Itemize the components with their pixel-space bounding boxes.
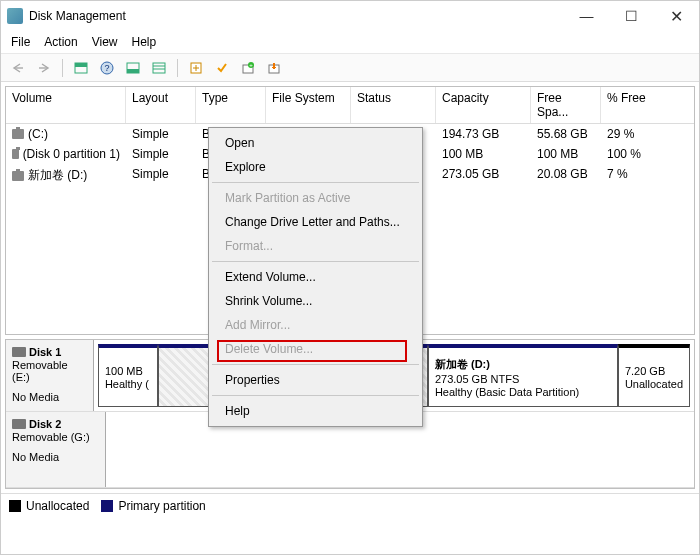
table-header: Volume Layout Type File System Status Ca… xyxy=(6,87,694,124)
refresh-icon[interactable] xyxy=(185,58,207,78)
context-separator xyxy=(212,261,419,262)
cell-pct: 29 % xyxy=(601,125,661,143)
svg-rect-5 xyxy=(127,69,139,73)
disk-icon xyxy=(12,419,26,429)
disk-status: No Media xyxy=(12,391,87,403)
ctx-extend-volume[interactable]: Extend Volume... xyxy=(211,265,420,289)
cell-layout: Simple xyxy=(126,145,196,163)
cell-capacity: 273.05 GB xyxy=(436,165,531,186)
disk-name: Disk 2 xyxy=(29,418,61,430)
part-status: Healthy (Basic Data Partition) xyxy=(435,386,611,398)
ctx-shrink-volume[interactable]: Shrink Volume... xyxy=(211,289,420,313)
ctx-help[interactable]: Help xyxy=(211,399,420,423)
volume-icon xyxy=(12,129,24,139)
volume-icon xyxy=(12,171,24,181)
cell-pct: 7 % xyxy=(601,165,661,186)
disk-icon xyxy=(12,347,26,357)
ctx-mark-active: Mark Partition as Active xyxy=(211,186,420,210)
menu-bar: File Action View Help xyxy=(1,31,699,54)
view-list-icon[interactable] xyxy=(148,58,170,78)
svg-text:?: ? xyxy=(104,63,109,73)
help-icon[interactable]: ? xyxy=(96,58,118,78)
part-status: Healthy ( xyxy=(105,378,151,390)
attach-vhd-icon[interactable] xyxy=(263,58,285,78)
th-filesystem[interactable]: File System xyxy=(266,87,351,123)
context-separator xyxy=(212,182,419,183)
ctx-format: Format... xyxy=(211,234,420,258)
window-buttons: — ☐ ✕ xyxy=(564,1,699,31)
cell-volume: 新加卷 (D:) xyxy=(28,167,87,184)
cell-free: 55.68 GB xyxy=(531,125,601,143)
window-title: Disk Management xyxy=(29,9,564,23)
maximize-button[interactable]: ☐ xyxy=(609,1,654,31)
view-top-icon[interactable] xyxy=(70,58,92,78)
close-button[interactable]: ✕ xyxy=(654,1,699,31)
context-menu: Open Explore Mark Partition as Active Ch… xyxy=(208,127,423,427)
ctx-properties[interactable]: Properties xyxy=(211,368,420,392)
back-icon[interactable] xyxy=(7,58,29,78)
toolbar-separator xyxy=(177,59,178,77)
title-bar: Disk Management — ☐ ✕ xyxy=(1,1,699,31)
ctx-add-mirror: Add Mirror... xyxy=(211,313,420,337)
cell-pct: 100 % xyxy=(601,145,661,163)
check-icon[interactable] xyxy=(211,58,233,78)
cell-free: 100 MB xyxy=(531,145,601,163)
menu-action[interactable]: Action xyxy=(44,35,77,49)
part-size: 7.20 GB xyxy=(625,365,683,377)
swatch-icon xyxy=(101,500,113,512)
th-volume[interactable]: Volume xyxy=(6,87,126,123)
th-capacity[interactable]: Capacity xyxy=(436,87,531,123)
cell-free: 20.08 GB xyxy=(531,165,601,186)
ctx-change-drive-letter[interactable]: Change Drive Letter and Paths... xyxy=(211,210,420,234)
app-icon xyxy=(7,8,23,24)
create-vhd-icon[interactable]: + xyxy=(237,58,259,78)
cell-capacity: 194.73 GB xyxy=(436,125,531,143)
ctx-delete-volume: Delete Volume... xyxy=(211,337,420,361)
disk-status: No Media xyxy=(12,451,99,463)
partition-unallocated[interactable]: 7.20 GB Unallocated xyxy=(618,344,690,407)
swatch-icon xyxy=(9,500,21,512)
menu-help[interactable]: Help xyxy=(132,35,157,49)
cell-layout: Simple xyxy=(126,165,196,186)
part-status: Unallocated xyxy=(625,378,683,390)
th-status[interactable]: Status xyxy=(351,87,436,123)
legend-primary: Primary partition xyxy=(101,499,205,513)
view-bottom-icon[interactable] xyxy=(122,58,144,78)
disk-type: Removable (G:) xyxy=(12,431,99,443)
ctx-explore[interactable]: Explore xyxy=(211,155,420,179)
svg-rect-1 xyxy=(75,63,87,67)
cell-volume: (C:) xyxy=(28,127,48,141)
volume-icon xyxy=(12,149,19,159)
legend-unallocated: Unallocated xyxy=(9,499,89,513)
toolbar-separator xyxy=(62,59,63,77)
th-freespace[interactable]: Free Spa... xyxy=(531,87,601,123)
partition-block[interactable]: 新加卷 (D:) 273.05 GB NTFS Healthy (Basic D… xyxy=(428,344,618,407)
svg-text:+: + xyxy=(249,62,253,68)
disk-header[interactable]: Disk 1 Removable (E:) No Media xyxy=(6,340,94,411)
part-size: 273.05 GB NTFS xyxy=(435,373,611,385)
disk-name: Disk 1 xyxy=(29,346,61,358)
cell-layout: Simple xyxy=(126,125,196,143)
disk-header[interactable]: Disk 2 Removable (G:) No Media xyxy=(6,412,106,487)
disk-type: Removable (E:) xyxy=(12,359,87,383)
partition-block[interactable]: 100 MB Healthy ( xyxy=(98,344,158,407)
ctx-open[interactable]: Open xyxy=(211,131,420,155)
cell-volume: (Disk 0 partition 1) xyxy=(23,147,120,161)
context-separator xyxy=(212,364,419,365)
context-separator xyxy=(212,395,419,396)
menu-file[interactable]: File xyxy=(11,35,30,49)
svg-rect-6 xyxy=(153,63,165,73)
minimize-button[interactable]: — xyxy=(564,1,609,31)
toolbar: ? + xyxy=(1,54,699,82)
th-type[interactable]: Type xyxy=(196,87,266,123)
th-layout[interactable]: Layout xyxy=(126,87,196,123)
cell-capacity: 100 MB xyxy=(436,145,531,163)
part-name: 新加卷 (D:) xyxy=(435,357,611,372)
menu-view[interactable]: View xyxy=(92,35,118,49)
th-pctfree[interactable]: % Free xyxy=(601,87,661,123)
part-size: 100 MB xyxy=(105,365,151,377)
forward-icon[interactable] xyxy=(33,58,55,78)
legend-bar: Unallocated Primary partition xyxy=(1,493,699,518)
